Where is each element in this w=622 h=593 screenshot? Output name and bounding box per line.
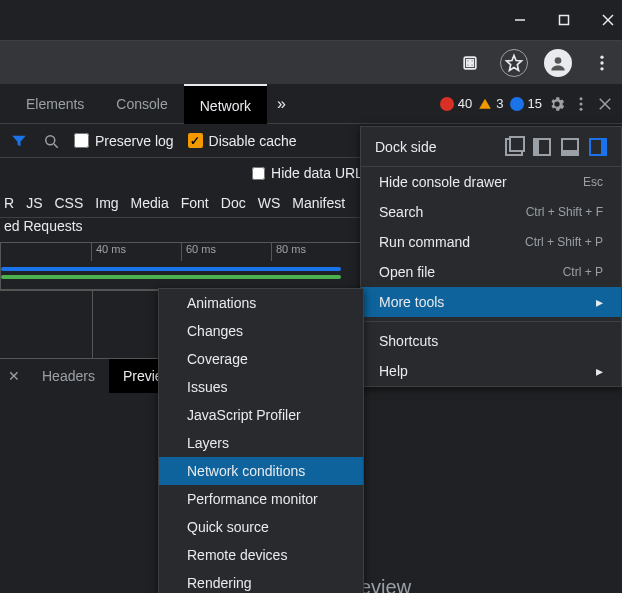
settings-gear-icon[interactable] [548, 95, 566, 113]
tab-console[interactable]: Console [100, 84, 183, 124]
svg-rect-8 [471, 63, 474, 66]
info-count[interactable]: 15 [510, 96, 542, 111]
svg-point-19 [46, 135, 55, 144]
tab-network[interactable]: Network [184, 84, 267, 124]
dock-undock-icon[interactable] [505, 138, 523, 156]
menu-run-command[interactable]: Run command Ctrl + Shift + P [361, 227, 621, 257]
tab-elements[interactable]: Elements [10, 84, 100, 124]
preserve-log-box[interactable] [74, 133, 89, 148]
submenu-javascript-profiler[interactable]: JavaScript Profiler [159, 401, 363, 429]
disable-cache-label: Disable cache [209, 133, 297, 149]
chevron-right-icon: ▸ [596, 294, 603, 310]
warning-triangle-icon [478, 97, 492, 111]
submenu-quick-source[interactable]: Quick source [159, 513, 363, 541]
timeline-tick [1, 243, 91, 261]
dock-side-row: Dock side [361, 127, 621, 167]
svg-point-16 [580, 107, 583, 110]
svg-point-10 [555, 57, 562, 64]
submenu-animations[interactable]: Animations [159, 289, 363, 317]
submenu-network-conditions[interactable]: Network conditions [159, 457, 363, 485]
svg-point-13 [600, 67, 603, 70]
browser-menu-icon[interactable] [588, 49, 616, 77]
svg-line-20 [54, 144, 58, 148]
svg-rect-5 [467, 59, 470, 62]
submenu-changes[interactable]: Changes [159, 317, 363, 345]
filter-js[interactable]: JS [26, 195, 42, 211]
disable-cache-box-checked[interactable]: ✓ [188, 133, 203, 148]
menu-shortcuts[interactable]: Shortcuts [361, 326, 621, 356]
menu-more-tools[interactable]: More tools ▸ [361, 287, 621, 317]
profile-avatar-icon[interactable] [544, 49, 572, 77]
error-dot-icon [440, 97, 454, 111]
info-dot-icon [510, 97, 524, 111]
chevron-right-icon: ▸ [596, 363, 603, 379]
svg-point-12 [600, 61, 603, 64]
hide-data-urls-label: Hide data URLs [271, 165, 370, 181]
filter-manifest[interactable]: Manifest [292, 195, 345, 211]
menu-search[interactable]: Search Ctrl + Shift + F [361, 197, 621, 227]
close-detail-icon[interactable]: ✕ [0, 368, 28, 384]
maximize-button[interactable] [554, 10, 574, 30]
submenu-issues[interactable]: Issues [159, 373, 363, 401]
more-tools-submenu: Animations Changes Coverage Issues JavaS… [158, 288, 364, 593]
timeline-tick: 60 ms [181, 243, 271, 261]
svg-rect-7 [467, 63, 470, 66]
minimize-button[interactable] [510, 10, 530, 30]
filter-font[interactable]: Font [181, 195, 209, 211]
submenu-performance-monitor[interactable]: Performance monitor [159, 485, 363, 513]
menu-open-file[interactable]: Open file Ctrl + P [361, 257, 621, 287]
dock-right-icon[interactable] [589, 138, 607, 156]
window-titlebar [0, 0, 622, 40]
timeline-load-bar [1, 275, 341, 279]
error-count[interactable]: 40 [440, 96, 472, 111]
filter-funnel-icon[interactable] [10, 132, 28, 150]
dock-side-label: Dock side [375, 139, 436, 155]
warning-count[interactable]: 3 [478, 96, 503, 111]
svg-rect-1 [560, 16, 569, 25]
svg-rect-6 [471, 59, 474, 62]
error-count-value: 40 [458, 96, 472, 111]
dock-bottom-icon[interactable] [561, 138, 579, 156]
disable-cache-checkbox[interactable]: ✓ Disable cache [188, 133, 297, 149]
timeline-domcontent-bar [1, 267, 341, 271]
submenu-coverage[interactable]: Coverage [159, 345, 363, 373]
submenu-rendering[interactable]: Rendering [159, 569, 363, 593]
svg-point-14 [580, 97, 583, 100]
menu-help[interactable]: Help ▸ [361, 356, 621, 386]
devtools-tab-strip: Elements Console Network » 40 3 15 [0, 84, 622, 124]
svg-point-15 [580, 102, 583, 105]
timeline-tick: 40 ms [91, 243, 181, 261]
devtools-main-menu: Dock side Hide console drawer Esc Search… [360, 126, 622, 387]
svg-point-11 [600, 55, 603, 58]
close-window-button[interactable] [598, 10, 618, 30]
browser-toolbar [0, 40, 622, 84]
hide-data-urls-checkbox[interactable] [252, 167, 265, 180]
preserve-log-checkbox[interactable]: Preserve log [74, 133, 174, 149]
menu-separator [361, 321, 621, 322]
tab-overflow-icon[interactable]: » [267, 95, 296, 113]
filter-doc[interactable]: Doc [221, 195, 246, 211]
kebab-menu-icon[interactable] [572, 95, 590, 113]
dock-left-icon[interactable] [533, 138, 551, 156]
preserve-log-label: Preserve log [95, 133, 174, 149]
menu-hide-console-drawer[interactable]: Hide console drawer Esc [361, 167, 621, 197]
filter-media[interactable]: Media [131, 195, 169, 211]
info-count-value: 15 [528, 96, 542, 111]
timeline-tick: 80 ms [271, 243, 361, 261]
extensions-icon[interactable] [456, 49, 484, 77]
bookmark-star-icon[interactable] [500, 49, 528, 77]
warning-count-value: 3 [496, 96, 503, 111]
submenu-remote-devices[interactable]: Remote devices [159, 541, 363, 569]
submenu-layers[interactable]: Layers [159, 429, 363, 457]
filter-ws[interactable]: WS [258, 195, 281, 211]
filter-img[interactable]: Img [95, 195, 118, 211]
close-devtools-icon[interactable] [596, 95, 614, 113]
svg-marker-9 [507, 55, 522, 70]
search-icon[interactable] [42, 132, 60, 150]
filter-css[interactable]: CSS [54, 195, 83, 211]
detail-tab-headers[interactable]: Headers [28, 359, 109, 393]
filter-xhr[interactable]: R [4, 195, 14, 211]
preview-background-text: eview [360, 576, 411, 593]
